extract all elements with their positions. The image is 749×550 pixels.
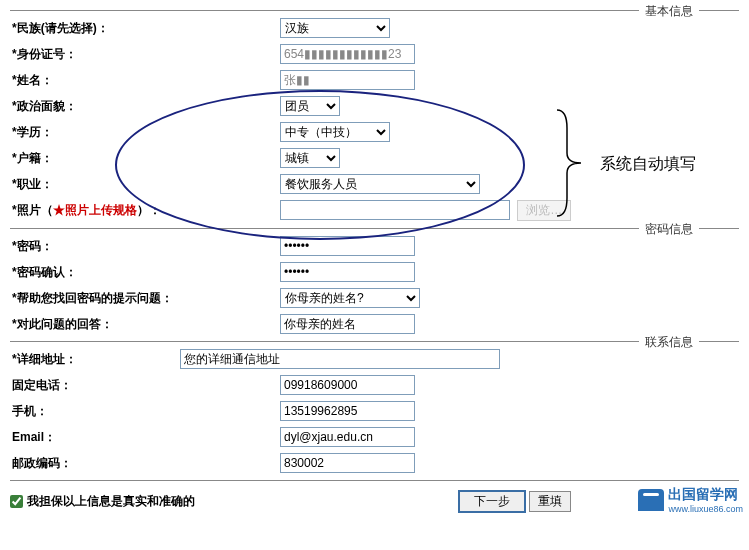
label-mobile: 手机：	[10, 403, 180, 420]
address-input[interactable]	[180, 349, 500, 369]
confirm-label: 我担保以上信息是真实和准确的	[27, 493, 195, 510]
photo-spec-link[interactable]: ★照片上传规格	[53, 203, 137, 217]
label-hint-answer: *对此问题的回答：	[10, 316, 180, 333]
hukou-select[interactable]: 城镇	[280, 148, 340, 168]
label-ethnicity: *民族(请先选择)：	[10, 20, 180, 37]
password-confirm-input[interactable]	[280, 262, 415, 282]
divider-basic: 基本信息	[10, 10, 739, 11]
next-button[interactable]: 下一步	[458, 490, 526, 513]
label-password-confirm: *密码确认：	[10, 264, 180, 281]
label-id-number: *身份证号：	[10, 46, 180, 63]
education-select[interactable]: 中专（中技）	[280, 122, 390, 142]
email-input[interactable]	[280, 427, 415, 447]
label-password: *密码：	[10, 238, 180, 255]
label-photo: *照片（★照片上传规格）：	[10, 202, 180, 219]
label-postcode: 邮政编码：	[10, 455, 180, 472]
divider-password: 密码信息	[10, 228, 739, 229]
section-basic-label: 基本信息	[639, 3, 699, 20]
watermark: 出国留学网 www.liuxue86.com	[638, 486, 743, 514]
password-input[interactable]	[280, 236, 415, 256]
label-hukou: *户籍：	[10, 150, 180, 167]
label-occupation: *职业：	[10, 176, 180, 193]
divider-bottom	[10, 480, 739, 481]
hint-answer-input[interactable]	[280, 314, 415, 334]
label-politics: *政治面貌：	[10, 98, 180, 115]
label-landline: 固定电话：	[10, 377, 180, 394]
occupation-select[interactable]: 餐饮服务人员	[280, 174, 480, 194]
divider-contact: 联系信息	[10, 341, 739, 342]
landline-input[interactable]	[280, 375, 415, 395]
hint-question-select[interactable]: 你母亲的姓名?	[280, 288, 420, 308]
label-email: Email：	[10, 429, 180, 446]
annotation-text: 系统自动填写	[600, 154, 696, 175]
watermark-icon	[638, 489, 664, 511]
label-hint-question: *帮助您找回密码的提示问题：	[10, 290, 180, 307]
label-address: *详细地址：	[10, 351, 180, 368]
browse-button: 浏览…	[517, 200, 571, 221]
postcode-input[interactable]	[280, 453, 415, 473]
section-password-label: 密码信息	[639, 221, 699, 238]
label-education: *学历：	[10, 124, 180, 141]
ethnicity-select[interactable]: 汉族	[280, 18, 390, 38]
photo-input[interactable]	[280, 200, 510, 220]
politics-select[interactable]: 团员	[280, 96, 340, 116]
reset-button[interactable]: 重填	[529, 491, 571, 512]
label-name: *姓名：	[10, 72, 180, 89]
name-input	[280, 70, 415, 90]
confirm-checkbox[interactable]	[10, 495, 23, 508]
mobile-input[interactable]	[280, 401, 415, 421]
section-contact-label: 联系信息	[639, 334, 699, 351]
id-number-input	[280, 44, 415, 64]
